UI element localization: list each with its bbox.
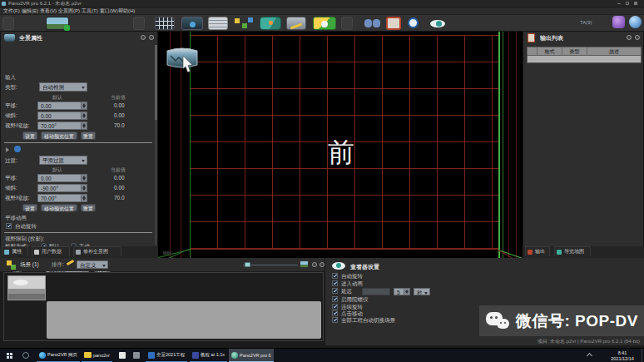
taskbar-item-player[interactable]: 教程 at 1.1x	[190, 349, 227, 362]
properties-icon[interactable]	[155, 17, 175, 30]
home-icon	[4, 250, 9, 255]
info-icon[interactable]	[14, 146, 21, 152]
reset-view-button[interactable]: 重置	[81, 131, 96, 140]
start-button[interactable]	[2, 349, 18, 362]
output-float-button[interactable]	[627, 35, 632, 40]
tab-output[interactable]: 输出	[525, 246, 550, 256]
map-icon	[557, 250, 562, 255]
add-panorama-icon[interactable]	[46, 17, 69, 30]
settings-orb-icon[interactable]	[629, 16, 642, 28]
search-button[interactable]	[20, 349, 32, 362]
player-icon	[192, 352, 199, 359]
panel-close-button[interactable]	[149, 35, 154, 40]
tab-tour-map[interactable]: 导览地图	[554, 246, 591, 256]
browser-float-button[interactable]	[312, 262, 317, 267]
panorama-thumbnail-with-cursor[interactable]	[166, 45, 199, 77]
slider-handle[interactable]	[245, 262, 250, 267]
tray-clock[interactable]: 8:41 2021/12/14	[604, 350, 641, 361]
web-output-icon[interactable]	[313, 17, 336, 30]
set-view-button[interactable]: 设置	[22, 131, 37, 140]
fov2-field[interactable]: 70.00°	[37, 194, 87, 202]
check-autorotate[interactable]	[332, 273, 338, 279]
fov-field[interactable]: 70.00°	[37, 121, 87, 130]
tab-user-data[interactable]: 用户数据	[32, 246, 70, 256]
sort-label: 排序:	[52, 261, 64, 269]
taskbar-item-pano2vr[interactable]: Pano2VR pro 6	[229, 349, 274, 362]
check-enter-animation[interactable]	[332, 280, 338, 286]
close-button[interactable]	[634, 2, 637, 5]
menu-edit[interactable]: 编辑(E)	[22, 7, 38, 15]
move-preview-button[interactable]: 移动预览位置	[41, 131, 77, 140]
check-continuous[interactable]	[332, 304, 338, 310]
minimize-button[interactable]	[617, 3, 621, 4]
remove-panorama-icon[interactable]	[133, 17, 145, 30]
viewer-simulation-icon[interactable]	[428, 17, 449, 30]
panorama-preview-icon[interactable]	[181, 17, 203, 30]
thumb-size-icon	[300, 260, 309, 268]
delay-value-spinner[interactable]: 5	[394, 288, 410, 295]
menu-panorama[interactable]: 全景图(P)	[58, 7, 80, 15]
assistant-badge-icon[interactable]	[612, 16, 625, 28]
maximize-button[interactable]	[626, 2, 629, 5]
user-data-icon[interactable]	[208, 17, 228, 30]
sort-dropdown[interactable]: 自定义	[77, 260, 108, 269]
panorama-viewport[interactable]: 前	[158, 32, 523, 258]
tilt2-field[interactable]: -90.00°	[37, 184, 87, 192]
eye-iris-icon	[436, 21, 442, 27]
autorotate-checkbox[interactable]	[6, 223, 12, 229]
col-format[interactable]: 格式	[537, 47, 562, 55]
expander-caret-icon[interactable]	[6, 147, 9, 152]
move-preview2-button[interactable]: 移动预览位置	[41, 204, 77, 211]
edit-pencil-icon[interactable]	[67, 260, 74, 265]
taskbar-item-project[interactable]: 全景2021工程	[146, 349, 187, 362]
tray-chevron-icon[interactable]	[587, 353, 592, 359]
check-auto-switch[interactable]	[332, 317, 338, 323]
pan-field[interactable]: 0.00	[37, 102, 87, 110]
reset-view2-button[interactable]: 重置	[81, 204, 96, 211]
browser-empty-area	[47, 301, 321, 339]
menu-window[interactable]: 窗口(W)	[100, 7, 118, 15]
find-panoramas-icon[interactable]	[363, 17, 383, 30]
table-row[interactable]	[527, 56, 642, 63]
project-notes-icon[interactable]	[386, 17, 401, 30]
viewport-corner-glyph	[163, 251, 171, 255]
show-desktop-button[interactable]	[642, 349, 642, 362]
input-type-dropdown[interactable]: 自动检测	[39, 82, 87, 92]
panel-float-button[interactable]	[141, 35, 146, 40]
transition-dropdown[interactable]: 平滑过渡	[39, 156, 87, 165]
tour-browser-icon[interactable]	[233, 17, 255, 30]
check-delay[interactable]	[332, 288, 338, 294]
taskbar-item-edge[interactable]: Pano2VR 网页	[37, 349, 80, 362]
pan2-field[interactable]: 0.00	[37, 174, 87, 182]
panorama-screen-icon	[4, 34, 15, 42]
patch-input-icon[interactable]	[286, 17, 306, 30]
tour-browser-list[interactable]	[3, 272, 324, 341]
tab-patch[interactable]: 修补全景图	[73, 246, 121, 256]
card-icon	[34, 250, 39, 255]
time-machine-icon[interactable]	[406, 17, 423, 30]
tab-properties[interactable]: 属性	[2, 246, 28, 256]
menu-help[interactable]: 帮助(H)	[118, 7, 135, 15]
new-project-icon[interactable]	[2, 17, 14, 30]
thumb-size-slider[interactable]	[243, 265, 298, 265]
col-type[interactable]: 类型	[562, 47, 587, 55]
set-view2-button[interactable]: 设置	[22, 204, 37, 211]
grid-right-edge-dim	[503, 32, 503, 258]
tilt-field[interactable]: 0.00	[37, 112, 87, 120]
taskbar-item-app[interactable]	[131, 349, 142, 362]
scene-thumbnail[interactable]	[7, 275, 46, 300]
input-type-label: 类型:	[5, 83, 17, 92]
menu-file[interactable]: 文件(F)	[3, 7, 20, 15]
menu-tools[interactable]: 工具(T)	[82, 7, 98, 15]
delay-unit-dropdown[interactable]: 秒	[414, 288, 430, 295]
taskbar-item-folder[interactable]: pano2vr	[82, 349, 112, 362]
tour-map-icon[interactable]	[260, 17, 281, 30]
panel-scrollbar[interactable]	[155, 45, 157, 245]
undo-icon[interactable]	[341, 17, 353, 30]
output-close-button[interactable]	[635, 35, 640, 40]
check-click-move[interactable]	[332, 310, 338, 316]
check-gyro[interactable]	[332, 296, 338, 302]
col-desc[interactable]: 描述	[587, 47, 641, 55]
taskbar-item-store[interactable]	[116, 349, 128, 362]
menu-view[interactable]: 查看(V)	[40, 7, 57, 15]
